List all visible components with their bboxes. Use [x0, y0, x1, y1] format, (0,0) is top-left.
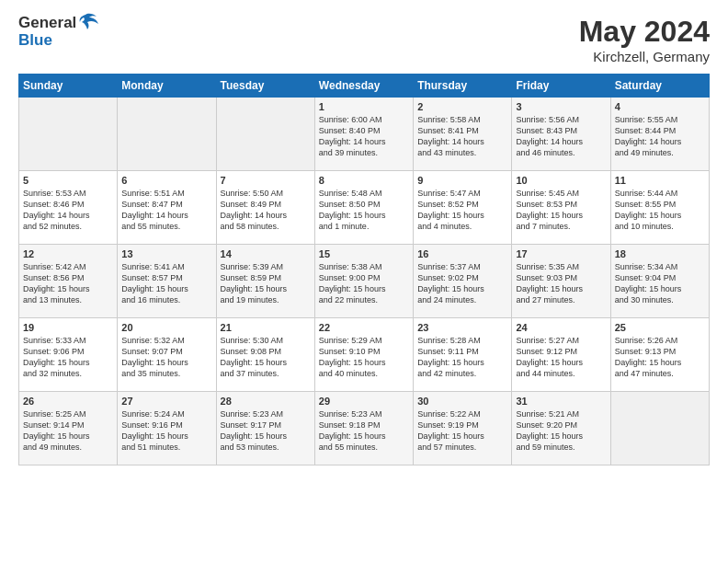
calendar-week-row: 12Sunrise: 5:42 AM Sunset: 8:56 PM Dayli… [19, 245, 710, 318]
month-year-title: May 2024 [579, 15, 710, 49]
day-number: 4 [615, 101, 705, 112]
weekday-header-row: SundayMondayTuesdayWednesdayThursdayFrid… [19, 75, 710, 98]
cell-content: Sunrise: 5:50 AM Sunset: 8:49 PM Dayligh… [221, 188, 311, 233]
cell-content: Sunrise: 5:42 AM Sunset: 8:56 PM Dayligh… [23, 261, 113, 306]
calendar-cell: 3Sunrise: 5:56 AM Sunset: 8:43 PM Daylig… [512, 98, 610, 171]
calendar-cell: 26Sunrise: 5:25 AM Sunset: 9:14 PM Dayli… [19, 392, 118, 465]
calendar-cell: 2Sunrise: 5:58 AM Sunset: 8:41 PM Daylig… [414, 98, 512, 171]
calendar-week-row: 5Sunrise: 5:53 AM Sunset: 8:46 PM Daylig… [19, 171, 710, 245]
calendar-cell: 23Sunrise: 5:28 AM Sunset: 9:11 PM Dayli… [414, 318, 512, 392]
calendar-cell [610, 392, 709, 465]
calendar-week-row: 19Sunrise: 5:33 AM Sunset: 9:06 PM Dayli… [19, 318, 710, 392]
calendar-cell [216, 98, 314, 171]
day-number: 30 [417, 396, 507, 407]
day-number: 22 [319, 322, 409, 333]
logo-general: General [18, 15, 76, 32]
day-number: 2 [417, 101, 507, 112]
calendar-cell: 22Sunrise: 5:29 AM Sunset: 9:10 PM Dayli… [314, 318, 413, 392]
calendar-cell: 5Sunrise: 5:53 AM Sunset: 8:46 PM Daylig… [19, 171, 118, 245]
calendar-cell: 16Sunrise: 5:37 AM Sunset: 9:02 PM Dayli… [414, 245, 512, 318]
cell-content: Sunrise: 5:38 AM Sunset: 9:00 PM Dayligh… [319, 261, 409, 306]
cell-content: Sunrise: 5:23 AM Sunset: 9:17 PM Dayligh… [221, 408, 311, 454]
cell-content: Sunrise: 5:34 AM Sunset: 9:04 PM Dayligh… [615, 261, 705, 306]
cell-content: Sunrise: 5:37 AM Sunset: 9:02 PM Dayligh… [417, 261, 507, 306]
calendar-cell: 12Sunrise: 5:42 AM Sunset: 8:56 PM Dayli… [19, 245, 118, 318]
calendar-cell: 14Sunrise: 5:39 AM Sunset: 8:59 PM Dayli… [216, 245, 314, 318]
day-number: 6 [121, 175, 211, 186]
day-number: 16 [417, 248, 507, 259]
cell-content: Sunrise: 5:47 AM Sunset: 8:52 PM Dayligh… [417, 188, 507, 233]
calendar-cell: 20Sunrise: 5:32 AM Sunset: 9:07 PM Dayli… [118, 318, 216, 392]
cell-content: Sunrise: 5:22 AM Sunset: 9:19 PM Dayligh… [417, 408, 507, 454]
day-number: 24 [516, 322, 606, 333]
cell-content: Sunrise: 6:00 AM Sunset: 8:40 PM Dayligh… [319, 114, 409, 159]
day-number: 14 [221, 248, 311, 259]
calendar-cell: 18Sunrise: 5:34 AM Sunset: 9:04 PM Dayli… [610, 245, 709, 318]
title-block: May 2024 Kirchzell, Germany [579, 15, 710, 64]
cell-content: Sunrise: 5:30 AM Sunset: 9:08 PM Dayligh… [221, 335, 311, 380]
calendar-week-row: 1Sunrise: 6:00 AM Sunset: 8:40 PM Daylig… [19, 98, 710, 171]
cell-content: Sunrise: 5:33 AM Sunset: 9:06 PM Dayligh… [23, 335, 113, 380]
day-number: 17 [516, 248, 606, 259]
calendar-page: General Blue May 2024 Kirchzell, Germany… [0, 0, 728, 563]
calendar-cell: 24Sunrise: 5:27 AM Sunset: 9:12 PM Dayli… [512, 318, 610, 392]
cell-content: Sunrise: 5:45 AM Sunset: 8:53 PM Dayligh… [516, 188, 606, 233]
cell-content: Sunrise: 5:23 AM Sunset: 9:18 PM Dayligh… [319, 408, 409, 454]
cell-content: Sunrise: 5:25 AM Sunset: 9:14 PM Dayligh… [23, 408, 113, 454]
day-number: 19 [23, 322, 113, 333]
weekday-header-friday: Friday [512, 75, 610, 98]
calendar-cell: 25Sunrise: 5:26 AM Sunset: 9:13 PM Dayli… [610, 318, 709, 392]
calendar-cell: 4Sunrise: 5:55 AM Sunset: 8:44 PM Daylig… [610, 98, 709, 171]
day-number: 20 [121, 322, 211, 333]
cell-content: Sunrise: 5:48 AM Sunset: 8:50 PM Dayligh… [319, 188, 409, 233]
cell-content: Sunrise: 5:44 AM Sunset: 8:55 PM Dayligh… [615, 188, 705, 233]
day-number: 27 [121, 396, 211, 407]
day-number: 23 [417, 322, 507, 333]
day-number: 13 [121, 248, 211, 259]
day-number: 25 [615, 322, 705, 333]
calendar-cell: 1Sunrise: 6:00 AM Sunset: 8:40 PM Daylig… [314, 98, 413, 171]
cell-content: Sunrise: 5:24 AM Sunset: 9:16 PM Dayligh… [121, 408, 211, 454]
calendar-cell: 19Sunrise: 5:33 AM Sunset: 9:06 PM Dayli… [19, 318, 118, 392]
day-number: 21 [221, 322, 311, 333]
calendar-cell: 21Sunrise: 5:30 AM Sunset: 9:08 PM Dayli… [216, 318, 314, 392]
cell-content: Sunrise: 5:27 AM Sunset: 9:12 PM Dayligh… [516, 335, 606, 380]
calendar-week-row: 26Sunrise: 5:25 AM Sunset: 9:14 PM Dayli… [19, 392, 710, 465]
weekday-header-saturday: Saturday [610, 75, 709, 98]
cell-content: Sunrise: 5:21 AM Sunset: 9:20 PM Dayligh… [516, 408, 606, 454]
day-number: 10 [516, 175, 606, 186]
calendar-cell: 9Sunrise: 5:47 AM Sunset: 8:52 PM Daylig… [414, 171, 512, 245]
day-number: 28 [221, 396, 311, 407]
cell-content: Sunrise: 5:26 AM Sunset: 9:13 PM Dayligh… [615, 335, 705, 380]
calendar-cell [118, 98, 216, 171]
location-subtitle: Kirchzell, Germany [579, 49, 710, 64]
calendar-cell: 17Sunrise: 5:35 AM Sunset: 9:03 PM Dayli… [512, 245, 610, 318]
day-number: 26 [23, 396, 113, 407]
calendar-cell: 29Sunrise: 5:23 AM Sunset: 9:18 PM Dayli… [314, 392, 413, 465]
day-number: 11 [615, 175, 705, 186]
cell-content: Sunrise: 5:41 AM Sunset: 8:57 PM Dayligh… [121, 261, 211, 306]
logo-blue: Blue [18, 32, 98, 50]
cell-content: Sunrise: 5:28 AM Sunset: 9:11 PM Dayligh… [417, 335, 507, 380]
calendar-cell: 6Sunrise: 5:51 AM Sunset: 8:47 PM Daylig… [118, 171, 216, 245]
calendar-cell: 28Sunrise: 5:23 AM Sunset: 9:17 PM Dayli… [216, 392, 314, 465]
weekday-header-sunday: Sunday [19, 75, 118, 98]
day-number: 12 [23, 248, 113, 259]
day-number: 31 [516, 396, 606, 407]
header: General Blue May 2024 Kirchzell, Germany [18, 15, 710, 64]
cell-content: Sunrise: 5:39 AM Sunset: 8:59 PM Dayligh… [221, 261, 311, 306]
calendar-cell: 8Sunrise: 5:48 AM Sunset: 8:50 PM Daylig… [314, 171, 413, 245]
calendar-cell: 11Sunrise: 5:44 AM Sunset: 8:55 PM Dayli… [610, 171, 709, 245]
calendar-cell: 7Sunrise: 5:50 AM Sunset: 8:49 PM Daylig… [216, 171, 314, 245]
weekday-header-wednesday: Wednesday [314, 75, 413, 98]
cell-content: Sunrise: 5:35 AM Sunset: 9:03 PM Dayligh… [516, 261, 606, 306]
calendar-cell: 10Sunrise: 5:45 AM Sunset: 8:53 PM Dayli… [512, 171, 610, 245]
day-number: 3 [516, 101, 606, 112]
cell-content: Sunrise: 5:29 AM Sunset: 9:10 PM Dayligh… [319, 335, 409, 380]
day-number: 18 [615, 248, 705, 259]
weekday-header-monday: Monday [118, 75, 216, 98]
weekday-header-thursday: Thursday [414, 75, 512, 98]
calendar-cell: 13Sunrise: 5:41 AM Sunset: 8:57 PM Dayli… [118, 245, 216, 318]
cell-content: Sunrise: 5:55 AM Sunset: 8:44 PM Dayligh… [615, 114, 705, 159]
day-number: 7 [221, 175, 311, 186]
